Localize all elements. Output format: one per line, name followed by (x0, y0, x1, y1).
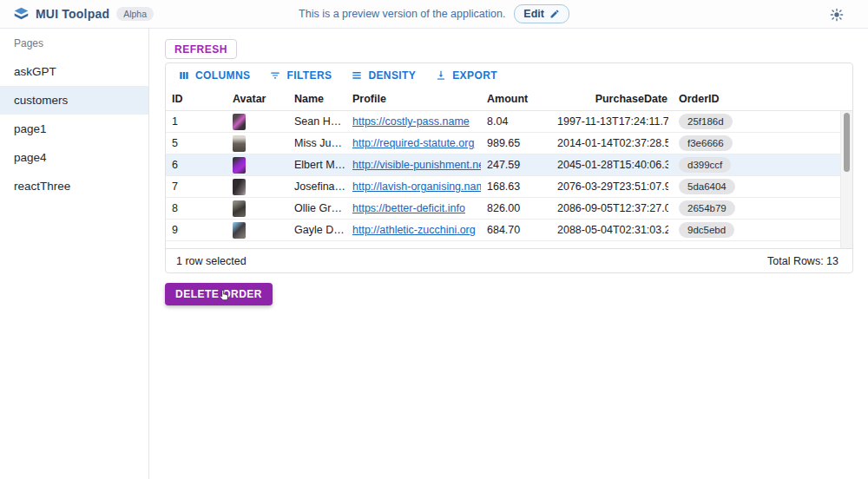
avatar (233, 157, 246, 174)
cell-name: Miss Juan ... (288, 137, 346, 149)
edit-button-label: Edit (523, 8, 544, 20)
column-header-id[interactable]: ID (166, 93, 227, 105)
filters-button-label: FILTERS (286, 69, 332, 82)
cell-name: Sean Harris (288, 115, 346, 128)
main-content: REFRESH COLUMNS FILTERS (149, 29, 868, 479)
cell-avatar (227, 114, 288, 130)
theme-toggle-sun-icon[interactable] (830, 8, 844, 22)
avatar (233, 179, 246, 195)
cell-profile: http://required-statute.org (346, 137, 481, 149)
cell-amount: 247.59 (481, 159, 557, 171)
sidebar-item-customers[interactable]: customers (0, 86, 148, 115)
order-id-chip: f3e6666 (679, 135, 733, 151)
table-row[interactable]: 9 Gayle Den... http://athletic-zucchini.… (166, 220, 842, 241)
cell-orderid: 5da6404 (668, 179, 842, 194)
export-button[interactable]: EXPORT (428, 66, 504, 85)
pencil-icon (549, 9, 560, 19)
cell-name: Ollie Green... (288, 202, 346, 214)
column-header-amount[interactable]: Amount (481, 93, 557, 105)
cell-purchasedate: 2086-09-05T12:37:27.015Z (557, 202, 668, 214)
order-id-chip: 2654b79 (679, 200, 735, 216)
sidebar-item-page1[interactable]: page1 (0, 115, 148, 143)
preview-message: This is a preview version of the applica… (299, 8, 505, 20)
profile-link[interactable]: http://visible-punishment.net (352, 159, 481, 171)
cell-amount: 8.04 (481, 115, 557, 128)
column-header-name[interactable]: Name (288, 93, 346, 105)
cell-amount: 826.00 (481, 202, 557, 214)
selection-status: 1 row selected (176, 255, 247, 267)
profile-link[interactable]: https://costly-pass.name (352, 115, 470, 128)
horizontal-scroll-gutter (166, 241, 842, 248)
cell-avatar (227, 222, 288, 239)
export-button-label: EXPORT (452, 69, 497, 82)
table-row[interactable]: 8 Ollie Green... https://better-deficit.… (166, 198, 842, 220)
avatar (233, 135, 246, 152)
cell-orderid: 2654b79 (668, 200, 842, 216)
order-id-chip: 9dc5ebd (679, 222, 734, 238)
cell-amount: 684.70 (481, 224, 557, 236)
edit-button[interactable]: Edit (514, 4, 569, 23)
density-button[interactable]: DENSITY (344, 66, 423, 85)
cell-id: 6 (166, 159, 227, 171)
cell-id: 5 (166, 137, 227, 149)
table-row[interactable]: 1 Sean Harris https://costly-pass.name 8… (166, 111, 842, 133)
avatar (233, 114, 246, 130)
cell-amount: 168.63 (481, 180, 557, 193)
grid-footer: 1 row selected Total Rows: 13 (166, 248, 852, 272)
columns-button-label: COLUMNS (195, 69, 250, 82)
cell-orderid: f3e6666 (668, 135, 842, 151)
profile-link[interactable]: http://athletic-zucchini.org (352, 224, 476, 236)
cell-id: 1 (166, 115, 227, 128)
cell-profile: https://better-deficit.info (346, 202, 481, 214)
cell-orderid: 25f186d (668, 114, 842, 129)
sidebar-item-page4[interactable]: page4 (0, 143, 148, 172)
cell-name: Gayle Den... (288, 224, 346, 236)
vertical-scrollbar-track[interactable] (840, 111, 852, 248)
refresh-button[interactable]: REFRESH (165, 39, 237, 59)
delete-order-button[interactable]: DELETE ORDER (165, 283, 273, 305)
column-header-purchasedate[interactable]: PurchaseDate (557, 93, 668, 105)
density-button-label: DENSITY (368, 69, 416, 82)
columns-button[interactable]: COLUMNS (171, 66, 257, 85)
cell-orderid: 9dc5ebd (668, 222, 842, 238)
column-header-profile[interactable]: Profile (346, 93, 481, 105)
cell-avatar (227, 157, 288, 174)
order-id-chip: 5da6404 (679, 179, 735, 194)
sidebar-item-askgpt[interactable]: askGPT (0, 57, 148, 86)
cell-name: Josefina P... (288, 180, 346, 193)
profile-link[interactable]: https://better-deficit.info (352, 202, 465, 214)
cell-avatar (227, 135, 288, 152)
cell-purchasedate: 2088-05-04T02:31:03.294Z (557, 224, 668, 236)
table-row[interactable]: 6 Elbert McL... http://visible-punishmen… (166, 154, 842, 176)
avatar (233, 222, 246, 239)
order-id-chip: 25f186d (679, 114, 733, 129)
vertical-scrollbar-thumb[interactable] (844, 113, 850, 172)
table-row[interactable]: 5 Miss Juan ... http://required-statute.… (166, 133, 842, 154)
density-icon (351, 69, 363, 82)
grid-header-row: ID Avatar Name Profile Amount PurchaseDa… (166, 88, 852, 111)
filter-icon (269, 69, 281, 82)
toolpad-logo-icon (14, 7, 29, 22)
cell-purchasedate: 2045-01-28T15:40:06.325Z (557, 159, 668, 171)
cell-orderid: d399ccf (668, 157, 842, 173)
cell-purchasedate: 2076-03-29T23:51:07.968Z (557, 180, 668, 193)
grid-toolbar: COLUMNS FILTERS DENSITY (166, 63, 852, 88)
order-id-chip: d399ccf (679, 157, 731, 173)
column-header-orderid[interactable]: OrderID (668, 93, 852, 105)
cell-profile: http://visible-punishment.net (346, 159, 481, 171)
profile-link[interactable]: http://required-statute.org (352, 137, 474, 149)
cell-profile: http://athletic-zucchini.org (346, 224, 481, 236)
app-title: MUI Toolpad (36, 7, 109, 21)
sidebar-item-reactthree[interactable]: reactThree (0, 172, 148, 200)
sidebar: Pages askGPT customers page1 page4 react… (0, 29, 149, 479)
cell-purchasedate: 1997-11-13T17:24:11.769Z (557, 115, 668, 128)
brand: MUI Toolpad Alpha (14, 7, 154, 22)
cell-avatar (227, 200, 288, 217)
download-icon (435, 69, 447, 82)
filters-button[interactable]: FILTERS (262, 66, 339, 85)
cell-profile: http://lavish-organising.name (346, 180, 481, 193)
profile-link[interactable]: http://lavish-organising.name (352, 180, 481, 193)
column-header-avatar[interactable]: Avatar (227, 93, 288, 105)
cell-name: Elbert McL... (288, 159, 346, 171)
table-row[interactable]: 7 Josefina P... http://lavish-organising… (166, 176, 842, 198)
